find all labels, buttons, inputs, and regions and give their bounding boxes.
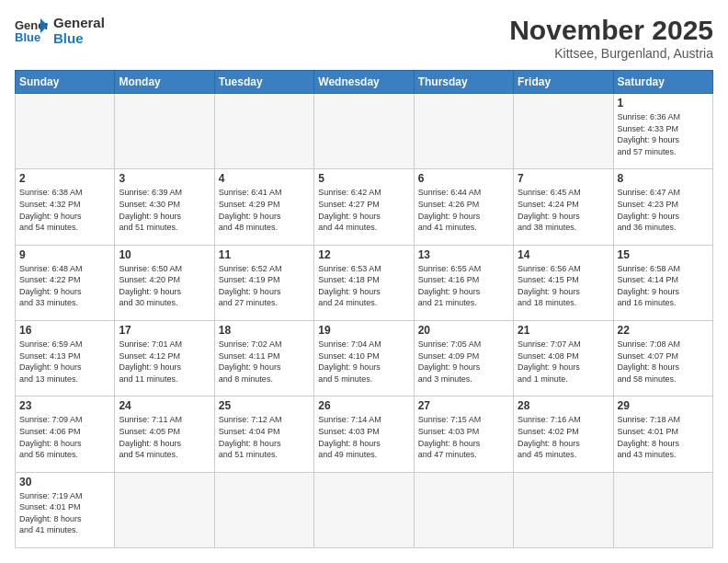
page: General Blue General Blue November 2025 … bbox=[0, 0, 728, 563]
table-row: 26Sunrise: 7:14 AM Sunset: 4:03 PM Dayli… bbox=[314, 396, 414, 472]
header-wednesday: Wednesday bbox=[314, 71, 414, 94]
table-row bbox=[314, 94, 414, 169]
day-number: 4 bbox=[219, 172, 310, 185]
day-info: Sunrise: 7:19 AM Sunset: 4:01 PM Dayligh… bbox=[19, 490, 110, 536]
table-row: 28Sunrise: 7:16 AM Sunset: 4:02 PM Dayli… bbox=[514, 396, 613, 472]
day-info: Sunrise: 6:48 AM Sunset: 4:22 PM Dayligh… bbox=[19, 263, 110, 309]
day-number: 28 bbox=[518, 399, 609, 412]
table-row bbox=[115, 472, 214, 547]
table-row: 10Sunrise: 6:50 AM Sunset: 4:20 PM Dayli… bbox=[115, 245, 214, 320]
header-monday: Monday bbox=[115, 71, 214, 94]
day-info: Sunrise: 7:08 AM Sunset: 4:07 PM Dayligh… bbox=[618, 339, 709, 385]
day-info: Sunrise: 7:04 AM Sunset: 4:10 PM Dayligh… bbox=[318, 339, 409, 385]
table-row: 20Sunrise: 7:05 AM Sunset: 4:09 PM Dayli… bbox=[414, 320, 513, 396]
day-info: Sunrise: 7:11 AM Sunset: 4:05 PM Dayligh… bbox=[119, 414, 210, 460]
day-info: Sunrise: 7:16 AM Sunset: 4:02 PM Dayligh… bbox=[518, 414, 609, 460]
table-row bbox=[414, 472, 513, 547]
header-tuesday: Tuesday bbox=[214, 71, 313, 94]
table-row: 15Sunrise: 6:58 AM Sunset: 4:14 PM Dayli… bbox=[613, 245, 712, 320]
day-info: Sunrise: 6:58 AM Sunset: 4:14 PM Dayligh… bbox=[618, 263, 709, 309]
day-number: 1 bbox=[618, 97, 709, 109]
day-number: 17 bbox=[119, 324, 210, 337]
calendar-row: 30Sunrise: 7:19 AM Sunset: 4:01 PM Dayli… bbox=[16, 472, 713, 547]
table-row: 3Sunrise: 6:39 AM Sunset: 4:30 PM Daylig… bbox=[115, 169, 214, 245]
table-row: 4Sunrise: 6:41 AM Sunset: 4:29 PM Daylig… bbox=[214, 169, 313, 245]
day-number: 12 bbox=[318, 248, 409, 261]
day-info: Sunrise: 6:52 AM Sunset: 4:19 PM Dayligh… bbox=[219, 263, 310, 309]
table-row: 22Sunrise: 7:08 AM Sunset: 4:07 PM Dayli… bbox=[613, 320, 712, 396]
day-number: 8 bbox=[618, 172, 709, 185]
day-number: 30 bbox=[19, 476, 110, 488]
day-info: Sunrise: 6:44 AM Sunset: 4:26 PM Dayligh… bbox=[418, 187, 509, 233]
day-info: Sunrise: 6:45 AM Sunset: 4:24 PM Dayligh… bbox=[518, 187, 609, 233]
day-number: 21 bbox=[518, 324, 609, 337]
table-row: 30Sunrise: 7:19 AM Sunset: 4:01 PM Dayli… bbox=[16, 472, 115, 547]
day-info: Sunrise: 7:02 AM Sunset: 4:11 PM Dayligh… bbox=[219, 339, 310, 385]
day-number: 10 bbox=[119, 248, 210, 261]
day-info: Sunrise: 6:50 AM Sunset: 4:20 PM Dayligh… bbox=[119, 263, 210, 309]
day-info: Sunrise: 6:53 AM Sunset: 4:18 PM Dayligh… bbox=[318, 263, 409, 309]
table-row bbox=[115, 94, 214, 169]
table-row: 1Sunrise: 6:36 AM Sunset: 4:33 PM Daylig… bbox=[613, 94, 712, 169]
table-row bbox=[16, 94, 115, 169]
day-info: Sunrise: 6:42 AM Sunset: 4:27 PM Dayligh… bbox=[318, 187, 409, 233]
day-info: Sunrise: 6:47 AM Sunset: 4:23 PM Dayligh… bbox=[618, 187, 709, 233]
table-row bbox=[514, 472, 613, 547]
day-number: 3 bbox=[119, 172, 210, 185]
day-number: 6 bbox=[418, 172, 509, 185]
day-info: Sunrise: 7:15 AM Sunset: 4:03 PM Dayligh… bbox=[418, 414, 509, 460]
table-row: 14Sunrise: 6:56 AM Sunset: 4:15 PM Dayli… bbox=[514, 245, 613, 320]
table-row: 8Sunrise: 6:47 AM Sunset: 4:23 PM Daylig… bbox=[613, 169, 712, 245]
header-thursday: Thursday bbox=[414, 71, 513, 94]
day-info: Sunrise: 6:41 AM Sunset: 4:29 PM Dayligh… bbox=[219, 187, 310, 233]
table-row: 2Sunrise: 6:38 AM Sunset: 4:32 PM Daylig… bbox=[16, 169, 115, 245]
day-number: 14 bbox=[518, 248, 609, 261]
svg-text:Blue: Blue bbox=[15, 30, 40, 44]
day-number: 20 bbox=[418, 324, 509, 337]
day-info: Sunrise: 7:14 AM Sunset: 4:03 PM Dayligh… bbox=[318, 414, 409, 460]
table-row bbox=[214, 94, 313, 169]
day-number: 7 bbox=[518, 172, 609, 185]
day-number: 5 bbox=[318, 172, 409, 185]
day-info: Sunrise: 7:18 AM Sunset: 4:01 PM Dayligh… bbox=[618, 414, 709, 460]
header-friday: Friday bbox=[514, 71, 613, 94]
day-info: Sunrise: 7:05 AM Sunset: 4:09 PM Dayligh… bbox=[418, 339, 509, 385]
day-number: 24 bbox=[119, 399, 210, 412]
day-info: Sunrise: 7:01 AM Sunset: 4:12 PM Dayligh… bbox=[119, 339, 210, 385]
day-info: Sunrise: 6:38 AM Sunset: 4:32 PM Dayligh… bbox=[19, 187, 110, 233]
table-row: 25Sunrise: 7:12 AM Sunset: 4:04 PM Dayli… bbox=[214, 396, 313, 472]
day-number: 9 bbox=[19, 248, 110, 261]
day-number: 16 bbox=[19, 324, 110, 337]
day-number: 29 bbox=[618, 399, 709, 412]
table-row: 24Sunrise: 7:11 AM Sunset: 4:05 PM Dayli… bbox=[115, 396, 214, 472]
table-row: 19Sunrise: 7:04 AM Sunset: 4:10 PM Dayli… bbox=[314, 320, 414, 396]
table-row bbox=[214, 472, 313, 547]
logo-blue: Blue bbox=[53, 30, 105, 46]
table-row: 16Sunrise: 6:59 AM Sunset: 4:13 PM Dayli… bbox=[16, 320, 115, 396]
day-info: Sunrise: 7:07 AM Sunset: 4:08 PM Dayligh… bbox=[518, 339, 609, 385]
day-info: Sunrise: 7:09 AM Sunset: 4:06 PM Dayligh… bbox=[19, 414, 110, 460]
table-row: 9Sunrise: 6:48 AM Sunset: 4:22 PM Daylig… bbox=[16, 245, 115, 320]
day-number: 18 bbox=[219, 324, 310, 337]
logo-icon: General Blue bbox=[15, 17, 48, 44]
day-info: Sunrise: 6:39 AM Sunset: 4:30 PM Dayligh… bbox=[119, 187, 210, 233]
header-sunday: Sunday bbox=[16, 71, 115, 94]
weekday-header-row: Sunday Monday Tuesday Wednesday Thursday… bbox=[16, 71, 713, 94]
table-row: 29Sunrise: 7:18 AM Sunset: 4:01 PM Dayli… bbox=[613, 396, 712, 472]
day-number: 2 bbox=[19, 172, 110, 185]
calendar-row: 23Sunrise: 7:09 AM Sunset: 4:06 PM Dayli… bbox=[16, 396, 713, 472]
day-number: 11 bbox=[219, 248, 310, 261]
table-row: 7Sunrise: 6:45 AM Sunset: 4:24 PM Daylig… bbox=[514, 169, 613, 245]
location: Kittsee, Burgenland, Austria bbox=[509, 46, 713, 61]
logo: General Blue General Blue bbox=[15, 15, 105, 47]
table-row: 23Sunrise: 7:09 AM Sunset: 4:06 PM Dayli… bbox=[16, 396, 115, 472]
day-info: Sunrise: 6:59 AM Sunset: 4:13 PM Dayligh… bbox=[19, 339, 110, 385]
title-block: November 2025 Kittsee, Burgenland, Austr… bbox=[509, 15, 713, 61]
table-row: 11Sunrise: 6:52 AM Sunset: 4:19 PM Dayli… bbox=[214, 245, 313, 320]
day-number: 23 bbox=[19, 399, 110, 412]
table-row bbox=[314, 472, 414, 547]
table-row: 17Sunrise: 7:01 AM Sunset: 4:12 PM Dayli… bbox=[115, 320, 214, 396]
table-row: 12Sunrise: 6:53 AM Sunset: 4:18 PM Dayli… bbox=[314, 245, 414, 320]
table-row: 21Sunrise: 7:07 AM Sunset: 4:08 PM Dayli… bbox=[514, 320, 613, 396]
table-row: 27Sunrise: 7:15 AM Sunset: 4:03 PM Dayli… bbox=[414, 396, 513, 472]
